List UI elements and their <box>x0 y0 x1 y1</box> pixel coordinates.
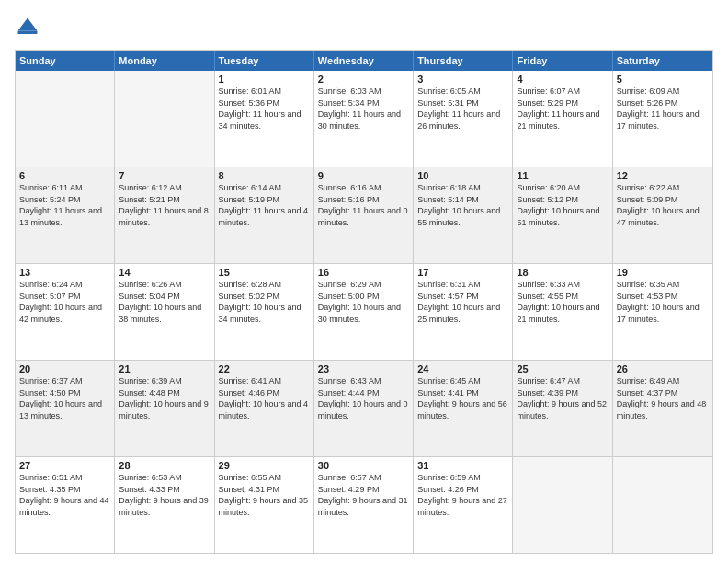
header-day-monday: Monday <box>115 51 214 71</box>
calendar-cell: 30Sunrise: 6:57 AM Sunset: 4:29 PM Dayli… <box>314 457 414 553</box>
calendar-row-1: 1Sunrise: 6:01 AM Sunset: 5:36 PM Daylig… <box>16 71 712 167</box>
calendar-cell <box>613 457 712 553</box>
calendar-cell: 20Sunrise: 6:37 AM Sunset: 4:50 PM Dayli… <box>16 361 115 456</box>
day-number: 14 <box>119 267 210 278</box>
day-number: 23 <box>318 363 409 374</box>
calendar-cell: 10Sunrise: 6:18 AM Sunset: 5:14 PM Dayli… <box>414 167 513 263</box>
calendar-cell <box>16 71 115 167</box>
day-number: 2 <box>318 74 409 85</box>
calendar-cell <box>513 457 612 553</box>
calendar-cell <box>115 71 214 167</box>
svg-rect-1 <box>18 31 38 35</box>
calendar-cell: 22Sunrise: 6:41 AM Sunset: 4:46 PM Dayli… <box>215 361 314 456</box>
day-number: 11 <box>517 170 608 181</box>
day-number: 24 <box>417 363 508 374</box>
calendar-cell: 26Sunrise: 6:49 AM Sunset: 4:37 PM Dayli… <box>613 361 712 456</box>
header-day-saturday: Saturday <box>613 51 712 71</box>
calendar-cell: 15Sunrise: 6:28 AM Sunset: 5:02 PM Dayli… <box>215 264 314 360</box>
day-number: 21 <box>119 363 210 374</box>
day-info: Sunrise: 6:16 AM Sunset: 5:16 PM Dayligh… <box>318 182 409 228</box>
day-info: Sunrise: 6:05 AM Sunset: 5:31 PM Dayligh… <box>417 86 508 132</box>
day-info: Sunrise: 6:24 AM Sunset: 5:07 PM Dayligh… <box>19 279 110 325</box>
day-number: 29 <box>219 460 310 471</box>
day-number: 26 <box>617 363 709 374</box>
calendar-cell: 4Sunrise: 6:07 AM Sunset: 5:29 PM Daylig… <box>513 71 612 167</box>
svg-marker-0 <box>18 18 38 31</box>
day-info: Sunrise: 6:18 AM Sunset: 5:14 PM Dayligh… <box>417 182 508 228</box>
day-info: Sunrise: 6:12 AM Sunset: 5:21 PM Dayligh… <box>119 182 210 228</box>
calendar-cell: 27Sunrise: 6:51 AM Sunset: 4:35 PM Dayli… <box>16 457 115 553</box>
calendar-cell: 16Sunrise: 6:29 AM Sunset: 5:00 PM Dayli… <box>314 264 414 360</box>
day-info: Sunrise: 6:49 AM Sunset: 4:37 PM Dayligh… <box>617 375 709 421</box>
day-number: 31 <box>417 460 508 471</box>
calendar-cell: 1Sunrise: 6:01 AM Sunset: 5:36 PM Daylig… <box>215 71 314 167</box>
day-info: Sunrise: 6:39 AM Sunset: 4:48 PM Dayligh… <box>119 375 210 421</box>
calendar-row-3: 13Sunrise: 6:24 AM Sunset: 5:07 PM Dayli… <box>16 264 712 361</box>
day-number: 16 <box>318 267 409 278</box>
day-number: 18 <box>517 267 608 278</box>
day-number: 28 <box>119 460 210 471</box>
calendar-cell: 12Sunrise: 6:22 AM Sunset: 5:09 PM Dayli… <box>613 167 712 263</box>
calendar-row-4: 20Sunrise: 6:37 AM Sunset: 4:50 PM Dayli… <box>16 361 712 457</box>
calendar-cell: 21Sunrise: 6:39 AM Sunset: 4:48 PM Dayli… <box>115 361 214 456</box>
calendar-cell: 2Sunrise: 6:03 AM Sunset: 5:34 PM Daylig… <box>314 71 414 167</box>
day-number: 17 <box>417 267 508 278</box>
day-info: Sunrise: 6:09 AM Sunset: 5:26 PM Dayligh… <box>617 86 709 132</box>
calendar-cell: 29Sunrise: 6:55 AM Sunset: 4:31 PM Dayli… <box>215 457 314 553</box>
header-day-wednesday: Wednesday <box>314 51 414 71</box>
day-number: 3 <box>417 74 508 85</box>
calendar-body: 1Sunrise: 6:01 AM Sunset: 5:36 PM Daylig… <box>16 71 712 553</box>
day-number: 22 <box>219 363 310 374</box>
calendar-cell: 23Sunrise: 6:43 AM Sunset: 4:44 PM Dayli… <box>314 361 414 456</box>
day-info: Sunrise: 6:07 AM Sunset: 5:29 PM Dayligh… <box>517 86 608 132</box>
day-number: 12 <box>617 170 709 181</box>
calendar-cell: 7Sunrise: 6:12 AM Sunset: 5:21 PM Daylig… <box>115 167 214 263</box>
header <box>15 15 713 40</box>
day-number: 20 <box>19 363 110 374</box>
logo <box>15 15 44 40</box>
day-info: Sunrise: 6:37 AM Sunset: 4:50 PM Dayligh… <box>19 375 110 421</box>
day-number: 5 <box>617 74 709 85</box>
day-info: Sunrise: 6:53 AM Sunset: 4:33 PM Dayligh… <box>119 472 210 518</box>
calendar-header: SundayMondayTuesdayWednesdayThursdayFrid… <box>16 51 712 71</box>
day-number: 30 <box>318 460 409 471</box>
day-number: 9 <box>318 170 409 181</box>
day-number: 6 <box>19 170 110 181</box>
day-number: 8 <box>219 170 310 181</box>
header-day-thursday: Thursday <box>414 51 513 71</box>
calendar-cell: 6Sunrise: 6:11 AM Sunset: 5:24 PM Daylig… <box>16 167 115 263</box>
calendar-row-2: 6Sunrise: 6:11 AM Sunset: 5:24 PM Daylig… <box>16 167 712 264</box>
calendar-cell: 19Sunrise: 6:35 AM Sunset: 4:53 PM Dayli… <box>613 264 712 360</box>
calendar-row-5: 27Sunrise: 6:51 AM Sunset: 4:35 PM Dayli… <box>16 457 712 553</box>
day-info: Sunrise: 6:29 AM Sunset: 5:00 PM Dayligh… <box>318 279 409 325</box>
day-info: Sunrise: 6:22 AM Sunset: 5:09 PM Dayligh… <box>617 182 709 228</box>
calendar-cell: 9Sunrise: 6:16 AM Sunset: 5:16 PM Daylig… <box>314 167 414 263</box>
day-info: Sunrise: 6:28 AM Sunset: 5:02 PM Dayligh… <box>219 279 310 325</box>
day-info: Sunrise: 6:11 AM Sunset: 5:24 PM Dayligh… <box>19 182 110 228</box>
day-number: 27 <box>19 460 110 471</box>
header-day-sunday: Sunday <box>16 51 115 71</box>
day-info: Sunrise: 6:14 AM Sunset: 5:19 PM Dayligh… <box>219 182 310 228</box>
day-info: Sunrise: 6:45 AM Sunset: 4:41 PM Dayligh… <box>417 375 508 421</box>
calendar-cell: 13Sunrise: 6:24 AM Sunset: 5:07 PM Dayli… <box>16 264 115 360</box>
day-info: Sunrise: 6:57 AM Sunset: 4:29 PM Dayligh… <box>318 472 409 518</box>
calendar-cell: 17Sunrise: 6:31 AM Sunset: 4:57 PM Dayli… <box>414 264 513 360</box>
day-number: 4 <box>517 74 608 85</box>
header-day-tuesday: Tuesday <box>215 51 314 71</box>
calendar-cell: 8Sunrise: 6:14 AM Sunset: 5:19 PM Daylig… <box>215 167 314 263</box>
calendar-cell: 11Sunrise: 6:20 AM Sunset: 5:12 PM Dayli… <box>513 167 612 263</box>
day-number: 13 <box>19 267 110 278</box>
calendar-cell: 31Sunrise: 6:59 AM Sunset: 4:26 PM Dayli… <box>414 457 513 553</box>
calendar-cell: 14Sunrise: 6:26 AM Sunset: 5:04 PM Dayli… <box>115 264 214 360</box>
day-number: 10 <box>417 170 508 181</box>
day-info: Sunrise: 6:31 AM Sunset: 4:57 PM Dayligh… <box>417 279 508 325</box>
day-info: Sunrise: 6:01 AM Sunset: 5:36 PM Dayligh… <box>219 86 310 132</box>
day-number: 25 <box>517 363 608 374</box>
page: SundayMondayTuesdayWednesdayThursdayFrid… <box>0 0 728 563</box>
day-info: Sunrise: 6:33 AM Sunset: 4:55 PM Dayligh… <box>517 279 608 325</box>
calendar-cell: 28Sunrise: 6:53 AM Sunset: 4:33 PM Dayli… <box>115 457 214 553</box>
day-info: Sunrise: 6:47 AM Sunset: 4:39 PM Dayligh… <box>517 375 608 421</box>
day-info: Sunrise: 6:43 AM Sunset: 4:44 PM Dayligh… <box>318 375 409 421</box>
calendar-cell: 25Sunrise: 6:47 AM Sunset: 4:39 PM Dayli… <box>513 361 612 456</box>
day-info: Sunrise: 6:59 AM Sunset: 4:26 PM Dayligh… <box>417 472 508 518</box>
